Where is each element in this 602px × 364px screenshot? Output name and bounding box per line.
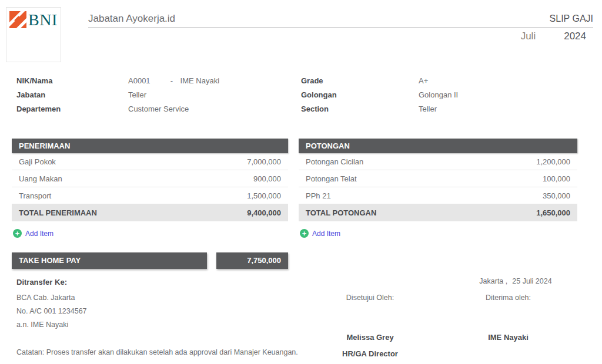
slip-title-input[interactable] [88, 13, 538, 25]
deductions-total-row: TOTAL POTONGAN 1,650,000 [299, 204, 577, 221]
table-row: Transport 1,500,000 [12, 187, 288, 204]
plus-icon: + [300, 229, 309, 238]
deductions-total-amount: 1,650,000 [536, 208, 570, 217]
slip-title-row: SLIP GAJI [88, 9, 593, 28]
add-item-label: Add Item [312, 230, 340, 238]
signature-place: Jakarta , [479, 277, 507, 285]
signature-names-row: Melissa Grey IME Nayaki [301, 333, 577, 342]
add-item-label: Add Item [25, 230, 53, 238]
take-home-pay-amount: 7,750,000 [216, 252, 288, 269]
add-earning-item-button[interactable]: + Add Item [13, 229, 53, 238]
add-deduction-item-button[interactable]: + Add Item [300, 229, 340, 238]
deductions-total-label: TOTAL POTONGAN [306, 208, 376, 217]
info-row-golongan: Golongan Golongan II [301, 87, 571, 102]
earnings-table-header: PENERIMAAN [12, 139, 288, 153]
transfer-account-line: No. A/C 001 1234567 [16, 305, 87, 318]
nik-value: A0001 [128, 76, 168, 85]
golongan-label: Golongan [301, 90, 419, 99]
approved-by-label: Disetujui Oleh: [301, 294, 439, 302]
departemen-label: Departemen [16, 105, 128, 113]
receiver-name: IME Nayaki [439, 333, 577, 342]
info-row-departemen: Departemen Customer Service [16, 102, 281, 116]
section-label: Section [301, 105, 419, 113]
table-row: Gaji Pokok 7,000,000 [12, 153, 288, 170]
earnings-table: PENERIMAAN Gaji Pokok 7,000,000 Uang Mak… [12, 139, 288, 238]
signature-date: Jakarta ,25 Juli 2024 [453, 277, 578, 285]
doc-type-label: SLIP GAJI [538, 14, 593, 24]
earnings-total-row: TOTAL PENERIMAAN 9,400,000 [12, 204, 288, 221]
deductions-table: POTONGAN Potongan Cicilan 1,200,000 Poto… [299, 139, 577, 238]
period-row: Juli 2024 [521, 31, 586, 42]
earnings-total-label: TOTAL PENERIMAAN [19, 208, 97, 217]
signature-date-value: 25 Juli 2024 [512, 277, 551, 285]
transfer-lines: BCA Cab. Jakarta No. A/C 001 1234567 a.n… [16, 291, 87, 332]
transfer-bank-line: BCA Cab. Jakarta [16, 291, 87, 305]
employee-info-right: Grade A+ Golongan Golongan II Section Te… [301, 73, 571, 116]
transfer-holder-line: a.n. IME Nayaki [16, 318, 87, 332]
nik-name-separator: - [170, 76, 173, 85]
approver-name: Melissa Grey [301, 333, 439, 342]
section-value: Teller [419, 105, 437, 113]
approver-title: HR/GA Director [301, 349, 439, 358]
table-row: Potongan Telat 100,000 [299, 170, 577, 187]
transfer-heading: Ditransfer Ke: [16, 278, 67, 287]
received-by-label: Diterima oleh: [439, 294, 577, 302]
nik-nama-label: NIK/Nama [16, 76, 128, 85]
signature-labels-row: Disetujui Oleh: Diterima oleh: [301, 294, 577, 302]
transfer-note: Catatan: Proses transfer akan dilakukan … [16, 348, 298, 356]
employee-info-left: NIK/Nama A0001 - IME Nayaki Jabatan Tell… [16, 73, 281, 116]
item-amount-cell: 900,000 [253, 174, 281, 183]
employee-name-value: IME Nayaki [180, 76, 219, 85]
table-row: Uang Makan 900,000 [12, 170, 288, 187]
salary-slip-page: { "brand": { "name": "BNI", "mark_color"… [0, 0, 602, 364]
item-name-cell: Potongan Cicilan [306, 157, 363, 166]
item-name-cell: Gaji Pokok [19, 157, 56, 166]
info-row-nik: NIK/Nama A0001 - IME Nayaki [16, 73, 281, 87]
item-amount-cell: 1,500,000 [247, 191, 281, 200]
item-name-cell: PPh 21 [306, 191, 331, 200]
item-amount-cell: 1,200,000 [536, 157, 570, 166]
info-row-section: Section Teller [301, 102, 571, 116]
item-name-cell: Transport [19, 191, 51, 200]
grade-label: Grade [301, 76, 419, 85]
table-row: Potongan Cicilan 1,200,000 [299, 153, 577, 170]
bni-logo-text: BNI [28, 11, 58, 28]
item-name-cell: Potongan Telat [306, 174, 357, 183]
jabatan-value: Teller [128, 90, 146, 99]
deductions-table-header: POTONGAN [299, 139, 577, 153]
plus-icon: + [13, 229, 22, 238]
item-amount-cell: 350,000 [543, 191, 570, 200]
company-logo-box: BNI [6, 7, 61, 62]
info-row-jabatan: Jabatan Teller [16, 87, 281, 102]
bni-logo-mark-icon [9, 11, 26, 28]
jabatan-label: Jabatan [16, 90, 128, 99]
period-year-select[interactable]: 2024 [564, 31, 586, 42]
info-row-grade: Grade A+ [301, 73, 571, 87]
table-row: PPh 21 350,000 [299, 187, 577, 204]
golongan-value: Golongan II [419, 90, 458, 99]
departemen-value: Customer Service [128, 105, 189, 113]
period-month-select[interactable]: Juli [521, 31, 536, 42]
item-amount-cell: 7,000,000 [247, 157, 281, 166]
item-name-cell: Uang Makan [19, 174, 62, 183]
grade-value: A+ [419, 76, 428, 85]
item-amount-cell: 100,000 [543, 174, 570, 183]
bni-logo: BNI [9, 11, 58, 28]
earnings-total-amount: 9,400,000 [247, 208, 281, 217]
take-home-pay-bar: TAKE HOME PAY [12, 252, 207, 269]
